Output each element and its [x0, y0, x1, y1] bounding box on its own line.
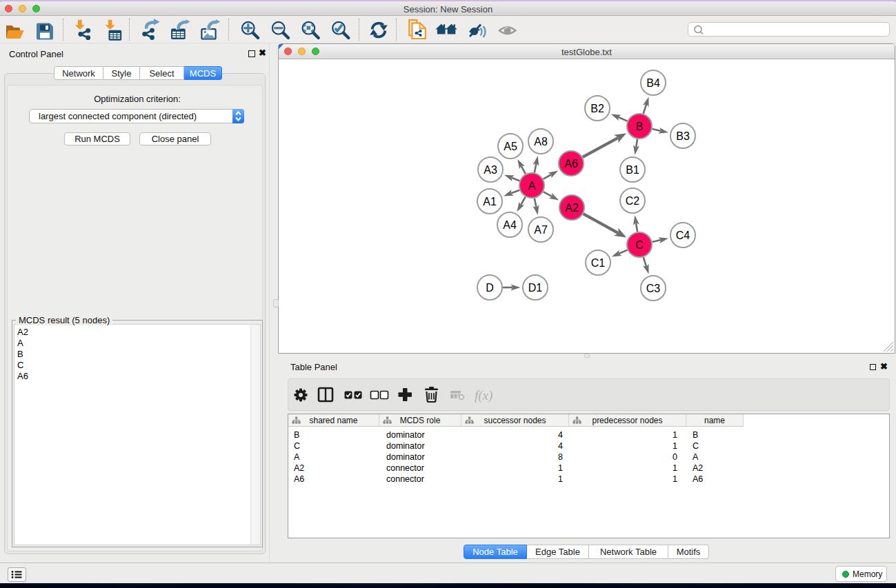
svg-text:C1: C1	[591, 257, 606, 269]
svg-text:C4: C4	[676, 230, 690, 241]
svg-text:B2: B2	[590, 103, 604, 114]
svg-text:D: D	[486, 282, 494, 294]
svg-text:B1: B1	[626, 164, 639, 176]
svg-text:D1: D1	[528, 282, 543, 294]
svg-text:A6: A6	[564, 158, 578, 170]
svg-text:C: C	[635, 239, 644, 251]
svg-text:B3: B3	[676, 130, 690, 142]
svg-text:f(x): f(x)	[475, 388, 492, 403]
svg-text:A8: A8	[534, 136, 548, 148]
svg-text:C3: C3	[646, 283, 661, 294]
svg-text:A3: A3	[484, 164, 497, 176]
svg-text:A: A	[528, 180, 536, 192]
svg-text:A1: A1	[483, 196, 497, 207]
svg-text:B4: B4	[646, 77, 660, 89]
svg-text:C2: C2	[626, 195, 640, 207]
svg-text:A5: A5	[504, 141, 517, 152]
svg-text:A7: A7	[534, 224, 548, 236]
svg-text:A4: A4	[503, 219, 517, 231]
svg-text:A2: A2	[565, 202, 579, 214]
svg-text:B: B	[636, 121, 644, 132]
